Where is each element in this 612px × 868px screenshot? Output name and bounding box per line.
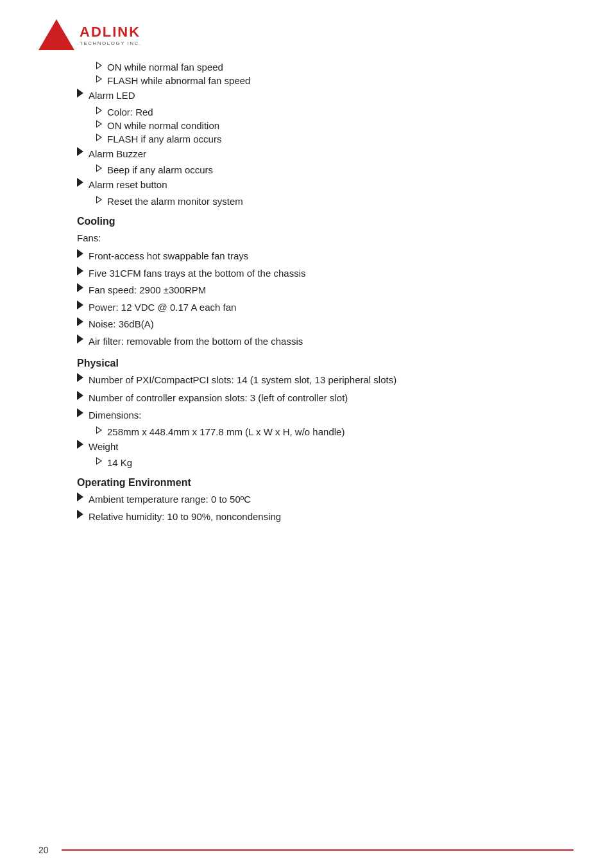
alarm-led-sub-list: Color: Red ON while normal condition FLA… [77,107,574,144]
alarm-led-label: Alarm LED [89,89,135,103]
list-item: Number of PXI/CompactPCI slots: 14 (1 sy… [77,373,574,388]
alarm-reset-label: Alarm reset button [89,178,167,193]
physical-list: Number of PXI/CompactPCI slots: 14 (1 sy… [77,373,574,468]
list-item: Fan speed: 2900 ±300RPM [77,283,574,298]
list-item: ON while normal condition [96,120,574,131]
alarm-buzzer-sub-list: Beep if any alarm occurs [77,164,574,175]
alarm-buzzer-label: Alarm Buzzer [89,147,146,162]
operating-item-1: Relative humidity: 10 to 90%, noncondens… [89,510,281,525]
cooling-item-1: Five 31CFM fans trays at the bottom of t… [89,266,305,281]
list-item: ON while normal fan speed [96,62,574,73]
filled-bullet-icon [77,249,83,258]
open-bullet-icon [96,457,102,465]
fan-led-sub-list: ON while normal fan speed FLASH while ab… [77,62,574,86]
alarm-reset-desc: Reset the alarm monitor system [107,196,243,207]
open-bullet-icon [96,62,102,69]
list-item: Five 31CFM fans trays at the bottom of t… [77,266,574,281]
filled-bullet-icon [77,147,83,156]
fan-led-normal-text: ON while normal fan speed [107,62,223,73]
filled-bullet-icon [77,492,83,501]
weight-sub-list: 14 Kg [77,457,574,468]
cooling-item-3: Power: 12 VDC @ 0.17 A each fan [89,300,236,315]
operating-list: Ambient temperature range: 0 to 50ºC Rel… [77,492,574,524]
fan-led-abnormal-text: FLASH while abnormal fan speed [107,75,250,86]
alarm-reset-item: Alarm reset button [77,178,574,193]
open-bullet-icon [96,120,102,128]
filled-bullet-icon [77,510,83,519]
alarm-led-flash: FLASH if any alarm occurs [107,134,221,144]
alarm-led-normal: ON while normal condition [107,120,219,131]
logo-adlink-text: ADLINK [80,24,142,40]
physical-heading: Physical [77,358,574,369]
list-item: 258mm x 448.4mm x 177.8 mm (L x W x H, w… [96,426,574,437]
main-content: ON while normal fan speed FLASH while ab… [38,62,574,524]
filled-bullet-icon [77,283,83,292]
filled-bullet-icon [77,178,83,187]
filled-bullet-icon [77,266,83,275]
list-item: Front-access hot swappable fan trays [77,249,574,264]
footer-divider [62,849,574,851]
list-item: Noise: 36dB(A) [77,317,574,332]
list-item: Weight 14 Kg [77,440,574,469]
open-bullet-icon [96,134,102,141]
cooling-item-0: Front-access hot swappable fan trays [89,249,248,264]
list-item: Ambient temperature range: 0 to 50ºC [77,492,574,507]
list-item: Number of controller expansion slots: 3 … [77,391,574,406]
list-item: 14 Kg [96,457,574,468]
operating-item-0: Ambient temperature range: 0 to 50ºC [89,492,251,507]
list-item: FLASH if any alarm occurs [96,134,574,144]
operating-heading: Operating Environment [77,477,574,489]
dimensions-sub-list: 258mm x 448.4mm x 177.8 mm (L x W x H, w… [77,426,574,437]
cooling-heading: Cooling [77,216,574,227]
filled-bullet-icon [77,334,83,343]
cooling-item-5: Air filter: removable from the bottom of… [89,334,303,349]
list-item: Color: Red [96,107,574,117]
alarm-buzzer-beep: Beep if any alarm occurs [107,164,213,175]
list-item: Power: 12 VDC @ 0.17 A each fan [77,300,574,315]
cooling-item-4: Noise: 36dB(A) [89,317,154,332]
weight-value: 14 Kg [107,457,132,468]
filled-bullet-icon [77,408,83,417]
physical-item-3: Weight [89,440,118,455]
filled-bullet-icon [77,300,83,309]
filled-bullet-icon [77,317,83,326]
cooling-intro: Fans: [77,231,574,246]
logo: ADLINK TECHNOLOGY INC. [38,19,142,50]
logo-triangle-icon [38,19,74,50]
list-item: Air filter: removable from the bottom of… [77,334,574,349]
open-bullet-icon [96,196,102,204]
list-item: Beep if any alarm occurs [96,164,574,175]
logo-subtitle-text: TECHNOLOGY INC. [80,40,142,46]
open-bullet-icon [96,426,102,434]
filled-bullet-icon [77,391,83,400]
alarm-reset-sub-list: Reset the alarm monitor system [77,196,574,207]
alarm-led-color: Color: Red [107,107,153,117]
list-item: Reset the alarm monitor system [96,196,574,207]
alarm-led-item: Alarm LED [77,89,574,103]
cooling-item-2: Fan speed: 2900 ±300RPM [89,283,206,298]
filled-bullet-icon [77,89,83,98]
open-bullet-icon [96,75,102,83]
list-item: Relative humidity: 10 to 90%, noncondens… [77,510,574,525]
filled-bullet-icon [77,440,83,449]
filled-bullet-icon [77,373,83,382]
dimensions-value: 258mm x 448.4mm x 177.8 mm (L x W x H, w… [107,426,344,437]
physical-item-2: Dimensions: [89,408,142,423]
physical-item-1: Number of controller expansion slots: 3 … [89,391,348,406]
page-number: 20 [38,845,49,855]
physical-item-0: Number of PXI/CompactPCI slots: 14 (1 sy… [89,373,396,388]
footer: 20 [38,845,574,855]
cooling-list: Front-access hot swappable fan trays Fiv… [77,249,574,349]
open-bullet-icon [96,164,102,172]
open-bullet-icon [96,107,102,114]
list-item: Dimensions: 258mm x 448.4mm x 177.8 mm (… [77,408,574,437]
list-item: FLASH while abnormal fan speed [96,75,574,86]
alarm-buzzer-item: Alarm Buzzer [77,147,574,162]
